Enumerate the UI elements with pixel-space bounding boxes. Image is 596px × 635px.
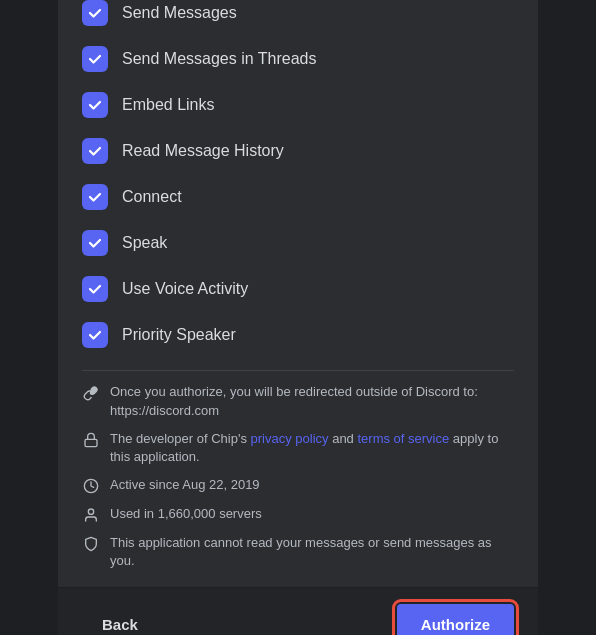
checkbox-checked	[82, 322, 108, 348]
permission-label: Use Voice Activity	[122, 280, 248, 298]
info-text: The developer of Chip's privacy policy a…	[110, 430, 514, 466]
checkbox-checked	[82, 184, 108, 210]
permission-item: Speak	[82, 220, 514, 266]
footer: Back Authorize	[58, 587, 538, 635]
divider	[82, 370, 514, 371]
terms-link[interactable]: terms of service	[357, 431, 449, 446]
permission-label: Read Message History	[122, 142, 284, 160]
info-item: The developer of Chip's privacy policy a…	[82, 430, 514, 466]
checkbox-checked	[82, 46, 108, 72]
checkbox-checked	[82, 92, 108, 118]
permission-item: Send Messages in Threads	[82, 36, 514, 82]
checkbox-checked	[82, 276, 108, 302]
info-item: Used in 1,660,000 servers	[82, 505, 514, 524]
info-item: Active since Aug 22, 2019	[82, 476, 514, 495]
permission-item: Priority Speaker	[82, 312, 514, 358]
permission-item: Embed Links	[82, 82, 514, 128]
permission-label: Connect	[122, 188, 182, 206]
checkbox-checked	[82, 138, 108, 164]
authorize-button[interactable]: Authorize	[397, 604, 514, 635]
modal: Send Messages Send Messages in Threads E…	[58, 0, 538, 635]
shield-icon	[82, 535, 100, 553]
back-button[interactable]: Back	[82, 604, 158, 635]
info-text: Active since Aug 22, 2019	[110, 476, 260, 494]
permission-label: Embed Links	[122, 96, 215, 114]
checkbox-checked	[82, 230, 108, 256]
info-text: Used in 1,660,000 servers	[110, 505, 262, 523]
person-icon	[82, 506, 100, 524]
permissions-list: Send Messages Send Messages in Threads E…	[58, 0, 538, 358]
permission-item: Send Messages	[82, 0, 514, 36]
link-icon	[82, 384, 100, 402]
permission-item: Connect	[82, 174, 514, 220]
info-text: Once you authorize, you will be redirect…	[110, 383, 514, 419]
info-text: This application cannot read your messag…	[110, 534, 514, 570]
info-item: Once you authorize, you will be redirect…	[82, 383, 514, 419]
checkbox-checked	[82, 0, 108, 26]
info-item: This application cannot read your messag…	[82, 534, 514, 570]
clock-icon	[82, 477, 100, 495]
permission-label: Send Messages in Threads	[122, 50, 316, 68]
permission-label: Send Messages	[122, 4, 237, 22]
privacy-policy-link[interactable]: privacy policy	[251, 431, 329, 446]
lock-icon	[82, 431, 100, 449]
info-section: Once you authorize, you will be redirect…	[58, 383, 538, 586]
permission-item: Read Message History	[82, 128, 514, 174]
permission-label: Speak	[122, 234, 167, 252]
svg-rect-0	[85, 439, 97, 446]
svg-point-2	[88, 509, 93, 514]
permission-label: Priority Speaker	[122, 326, 236, 344]
permission-item: Use Voice Activity	[82, 266, 514, 312]
